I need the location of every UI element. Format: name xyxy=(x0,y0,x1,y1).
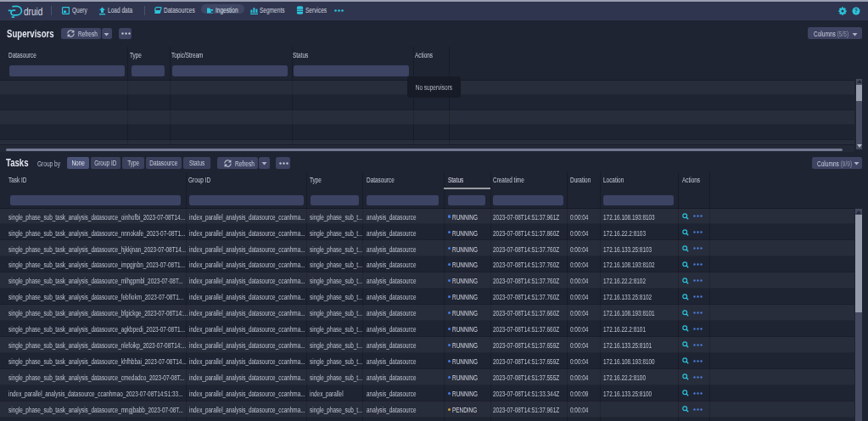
svg-text:?: ? xyxy=(854,8,858,14)
